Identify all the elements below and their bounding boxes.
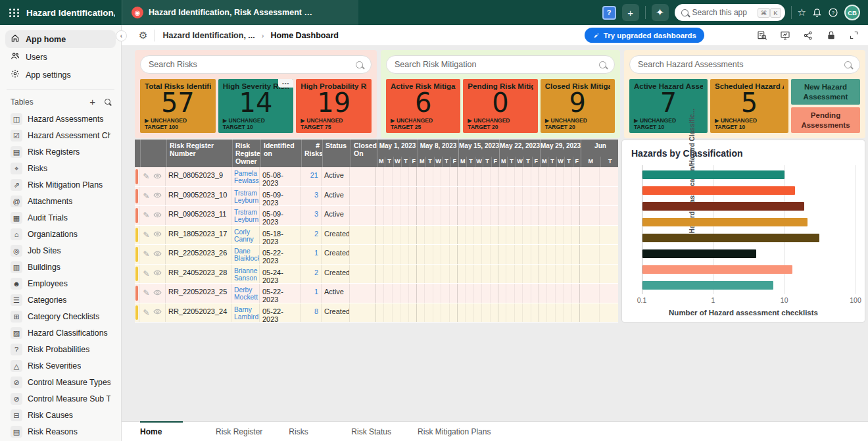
table-row-rr-22052023-25[interactable]: ✎RR_22052023_25Derby Mockett05-22-20231A… [135, 284, 618, 303]
sidebar-table-risk-causes[interactable]: ⊟Risk Causes [5, 407, 116, 423]
sidebar-table-job-sites[interactable]: ◎Job Sites [5, 243, 116, 259]
sidebar-table-risk-mitigation-plans[interactable]: ⇗Risk Mitigation Plans [5, 177, 116, 193]
kpi-card-total-risks-identified[interactable]: Total Risks Identified57▶ UNCHANGEDTARGE… [140, 79, 216, 133]
favorites-star-icon[interactable]: ☆ [798, 7, 806, 18]
edit-pencil-icon[interactable]: ✎ [143, 192, 149, 201]
column-header-status[interactable]: Status [322, 140, 350, 167]
table-row-rr-18052023-17[interactable]: ✎RR_18052023_17Corly Canny05-18-20232Cre… [135, 226, 618, 246]
table-row-rr-22052023-24[interactable]: ✎RR_22052023_24Barny Lambird05-22-20238C… [135, 303, 618, 323]
cell-owner-link[interactable]: Pamela Fewlass [231, 167, 259, 186]
app-search-input[interactable]: Search this app ⌘K [675, 4, 785, 21]
help-icon[interactable]: ? [828, 7, 838, 18]
view-eye-icon[interactable] [153, 172, 162, 182]
cell-risk-count-link[interactable]: 1 [300, 284, 321, 303]
dashboard-tab-risks[interactable]: Risks [276, 422, 338, 441]
expand-icon[interactable] [849, 30, 859, 40]
sidebar-table-control-measure-sub-types[interactable]: ⊘Control Measure Sub Types [5, 391, 116, 407]
dashboard-tab-risk-status[interactable]: Risk Status [338, 422, 404, 441]
share-icon[interactable] [803, 30, 813, 41]
sidebar-table-risk-severities[interactable]: △Risk Severities [5, 358, 116, 374]
sidebar-table-employees[interactable]: ☻Employees [5, 276, 116, 292]
view-eye-icon[interactable] [153, 307, 162, 317]
sidebar-table-buildings[interactable]: ▥Buildings [5, 259, 116, 275]
kpi-card-active-risk-mitigations[interactable]: Active Risk Mitigations6▶ UNCHANGEDTARGE… [386, 79, 460, 133]
cell-owner-link[interactable]: Barny Lambird [231, 303, 259, 323]
cell-owner-link[interactable]: Trstram Leyburn [231, 187, 259, 206]
cell-risk-count-link[interactable]: 21 [300, 167, 321, 186]
view-eye-icon[interactable] [153, 288, 162, 298]
chart-bar[interactable] [642, 202, 804, 211]
sidebar-table-risk-registers[interactable]: ▤Risk Registers [5, 144, 116, 160]
hazards-chart-panel[interactable]: Hazards by Classification Hazard Classif… [621, 140, 865, 323]
presentation-icon[interactable] [780, 30, 790, 41]
edit-pencil-icon[interactable]: ✎ [143, 308, 149, 317]
chart-bar[interactable] [642, 281, 773, 290]
edit-pencil-icon[interactable]: ✎ [143, 230, 149, 240]
cell-owner-link[interactable]: Dane Blaiklock [231, 245, 259, 264]
search-risk-mitigation-input[interactable]: Search Risk Mitigation [386, 55, 615, 74]
extension-icon[interactable]: ? [602, 6, 616, 20]
add-button[interactable]: + [622, 4, 639, 21]
sidebar-table-organizations[interactable]: ⌂Organizations [5, 226, 116, 242]
sidebar-item-users[interactable]: Users [5, 48, 116, 66]
edit-pencil-icon[interactable]: ✎ [143, 211, 149, 220]
edit-pencil-icon[interactable]: ✎ [143, 288, 149, 298]
kpi-card-high-probability-risks[interactable]: High Probability Risks19▶ UNCHANGEDTARGE… [296, 79, 372, 133]
breadcrumb-app[interactable]: Hazard Identification, ... [162, 31, 254, 40]
dashboard-tab-home[interactable]: Home [140, 422, 203, 441]
notifications-bell-icon[interactable] [812, 8, 822, 18]
kpi-card-high-severity-risk[interactable]: •••High Severity Risk14▶ UNCHANGEDTARGET… [218, 79, 294, 133]
chart-bar[interactable] [642, 249, 756, 258]
cell-owner-link[interactable]: Brianne Sanson [231, 265, 259, 284]
sidebar-table-hazard-assessments[interactable]: ◫Hazard Assessments [5, 111, 116, 127]
sidebar-item-app-settings[interactable]: App settings [5, 66, 116, 84]
sidebar-table-risk-reasons[interactable]: ▤Risk Reasons [5, 424, 116, 440]
edit-pencil-icon[interactable]: ✎ [143, 269, 149, 278]
dashboard-settings-gear-icon[interactable]: ⚙ [139, 30, 147, 41]
table-row-rr-09052023-10[interactable]: ✎RR_09052023_10Trstram Leyburn05-09-2023… [135, 187, 618, 207]
chart-bar[interactable] [642, 170, 784, 179]
chart-bar[interactable] [642, 234, 819, 242]
cell-risk-count-link[interactable]: 1 [300, 245, 321, 264]
table-row-rr-24052023-28[interactable]: ✎RR_24052023_28Brianne Sanson05-24-20232… [135, 265, 618, 284]
sidebar-table-audit-trials[interactable]: ▦Audit Trials [5, 210, 116, 226]
view-eye-icon[interactable] [153, 269, 162, 278]
edit-pencil-icon[interactable]: ✎ [143, 249, 149, 259]
sidebar-table-attachments[interactable]: @Attachments [5, 194, 116, 209]
column-header-risk-register-owner[interactable]: Risk Register Owner [232, 140, 260, 167]
lock-icon[interactable] [826, 30, 836, 41]
cell-risk-count-link[interactable]: 2 [300, 265, 321, 284]
report-search-icon[interactable] [757, 30, 767, 41]
cell-risk-count-link[interactable]: 3 [300, 187, 321, 206]
chart-bar[interactable] [642, 186, 795, 195]
try-upgraded-dashboards-button[interactable]: Try upgraded dashboards [585, 28, 704, 43]
search-tables-icon[interactable] [105, 99, 110, 105]
dashboard-tab-risk-register[interactable]: Risk Register [203, 422, 276, 441]
card-menu-button[interactable]: ••• [278, 79, 293, 88]
chart-bar[interactable] [642, 218, 808, 226]
table-row-rr-22052023-26[interactable]: ✎RR_22052023_26Dane Blaiklock05-22-20231… [135, 245, 618, 265]
cell-owner-link[interactable]: Derby Mockett [231, 284, 259, 303]
cell-owner-link[interactable]: Trstram Leyburn [231, 206, 259, 225]
sidebar-table-control-measure-types[interactable]: ⊘Control Measure Types [5, 375, 116, 390]
action-button-pending-assessments[interactable]: Pending Assessments [791, 107, 860, 133]
column-header-identified-on[interactable]: Identified on [260, 140, 301, 167]
ai-sparkle-button[interactable]: ✦ [652, 4, 669, 21]
cell-risk-count-link[interactable]: 2 [300, 226, 321, 245]
search-risks-input[interactable]: Search Risks [140, 55, 372, 74]
view-eye-icon[interactable] [153, 191, 162, 201]
kpi-card-scheduled-hazard-as[interactable]: Scheduled Hazard As…5▶ UNCHANGEDTARGET 1… [710, 79, 788, 133]
column-header-risk-register-number[interactable]: Risk Register Number [166, 140, 232, 167]
table-row-rr-08052023-9[interactable]: ✎RR_08052023_9Pamela Fewlass05-08-202321… [135, 167, 618, 187]
sidebar-table-hazard-classifications[interactable]: ▨Hazard Classifications [5, 325, 116, 341]
column-header-risks[interactable]: # Risks [301, 140, 322, 167]
sidebar-table-category-checklists[interactable]: ⊞Category Checklists [5, 309, 116, 324]
search-hazard-assessments-input[interactable]: Search Hazard Assessments [629, 55, 860, 74]
cell-risk-count-link[interactable]: 8 [300, 303, 321, 323]
edit-pencil-icon[interactable]: ✎ [143, 172, 149, 181]
sidebar-table-hazard-assessment-checklists[interactable]: ☑Hazard Assessment Checklists [5, 128, 116, 143]
kpi-card-pending-risk-mitigation[interactable]: Pending Risk Mitigation0▶ UNCHANGEDTARGE… [463, 79, 537, 133]
dashboard-tab-risk-mitigation-plans[interactable]: Risk Mitigation Plans [404, 422, 504, 441]
user-avatar[interactable]: CB [844, 5, 860, 20]
view-eye-icon[interactable] [153, 230, 162, 240]
